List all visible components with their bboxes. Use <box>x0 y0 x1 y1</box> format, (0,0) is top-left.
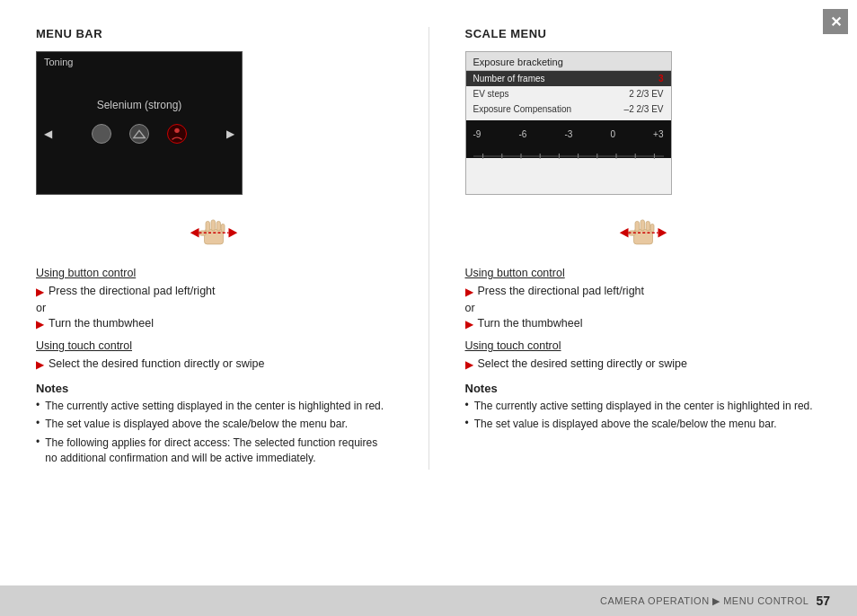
notes-title-left: Notes <box>36 382 393 395</box>
icon-circle-2 <box>129 124 149 144</box>
main-content: MENU BAR Toning Selenium (strong) ◀ <box>0 0 857 488</box>
menu-bar-screen: Toning Selenium (strong) ◀ <box>36 51 243 195</box>
touch-control-label-right: Using touch control <box>465 339 822 352</box>
note-item-right-2: • The set value is displayed above the s… <box>465 417 822 432</box>
bullet-arrow-icon-5: ▶ <box>465 318 473 330</box>
svg-marker-29 <box>658 228 667 238</box>
screen-center-text: Selenium (strong) <box>37 99 242 111</box>
or-text-left: or <box>36 302 393 314</box>
svg-rect-23 <box>635 221 640 231</box>
bullet-arrow-icon-2: ▶ <box>36 318 44 330</box>
bullet-thumbwheel-left: ▶ Turn the thumbwheel <box>36 317 393 330</box>
arrow-left-icon: ◀ <box>44 128 52 140</box>
bullet-arrow-icon-6: ▶ <box>465 358 473 371</box>
swipe-gesture-right <box>465 208 822 258</box>
bullet-pad-right: ▶ Press the directional pad left/right <box>465 285 822 298</box>
svg-marker-8 <box>190 228 199 238</box>
bullet-touch-left: ▶ Select the desired function directly o… <box>36 357 393 371</box>
column-divider <box>428 27 429 470</box>
bullet-pad-left: ▶ Press the directional pad left/right <box>36 285 393 298</box>
number-of-frames-row: Number of frames 3 <box>466 71 671 86</box>
svg-rect-24 <box>641 220 645 231</box>
ev-steps-row: EV steps 2 2/3 EV <box>466 86 671 101</box>
svg-rect-26 <box>650 224 654 232</box>
svg-rect-6 <box>222 224 225 232</box>
svg-rect-3 <box>206 221 210 231</box>
note-item-left-1: • The currently active setting displayed… <box>36 399 393 414</box>
footer-page-number: 57 <box>816 594 830 608</box>
swipe-gesture-left <box>36 208 393 258</box>
button-control-label-left: Using button control <box>36 267 393 279</box>
bullet-arrow-icon-4: ▶ <box>465 286 473 298</box>
note-item-left-3: • The following applies for direct acces… <box>36 436 393 467</box>
menu-bar-title: MENU BAR <box>36 27 393 40</box>
note-item-right-1: • The currently active setting displayed… <box>465 399 822 414</box>
touch-control-label-left: Using touch control <box>36 339 393 352</box>
button-control-label-right: Using button control <box>465 267 822 279</box>
scale-menu-title: SCALE MENU <box>465 27 822 40</box>
arrow-right-icon: ▶ <box>226 128 234 140</box>
scale-ticks <box>466 147 671 158</box>
svg-rect-25 <box>646 221 650 231</box>
svg-marker-28 <box>620 228 629 238</box>
exposure-comp-row: Exposure Compensation –2 2/3 EV <box>466 101 671 117</box>
icon-circle-3-red <box>167 124 187 144</box>
svg-point-1 <box>174 128 179 133</box>
hand-swipe-icon-right <box>616 208 670 258</box>
icons-row: ◀ ▶ <box>37 124 242 144</box>
scale-bar: -9 -6 -3 0 +3 <box>466 120 671 147</box>
scale-menu-screen: Exposure bracketing Number of frames 3 E… <box>465 51 672 195</box>
bullet-arrow-icon-3: ▶ <box>36 358 44 371</box>
screen-toning-label: Toning <box>37 52 242 72</box>
left-column: MENU BAR Toning Selenium (strong) ◀ <box>36 27 393 470</box>
or-text-right: or <box>465 302 822 314</box>
bullet-arrow-icon: ▶ <box>36 286 44 298</box>
svg-marker-9 <box>229 228 238 238</box>
svg-rect-4 <box>211 220 216 231</box>
close-button[interactable]: ✕ <box>823 9 848 34</box>
exposure-bracketing-label: Exposure bracketing <box>466 52 671 71</box>
notes-title-right: Notes <box>465 382 822 395</box>
footer-breadcrumb: CAMERA OPERATION ▶ MENU CONTROL <box>600 595 808 607</box>
right-column: SCALE MENU Exposure bracketing Number of… <box>465 27 822 470</box>
icon-circle-1 <box>92 124 111 144</box>
note-item-left-2: • The set value is displayed above the s… <box>36 417 393 432</box>
svg-rect-5 <box>216 221 221 231</box>
svg-marker-0 <box>134 130 146 137</box>
footer: CAMERA OPERATION ▶ MENU CONTROL 57 <box>0 585 857 616</box>
bullet-thumbwheel-right: ▶ Turn the thumbwheel <box>465 317 822 330</box>
hand-swipe-icon-left <box>187 208 241 258</box>
bullet-touch-right: ▶ Select the desired setting directly or… <box>465 357 822 371</box>
tick-marks-svg <box>473 153 664 160</box>
